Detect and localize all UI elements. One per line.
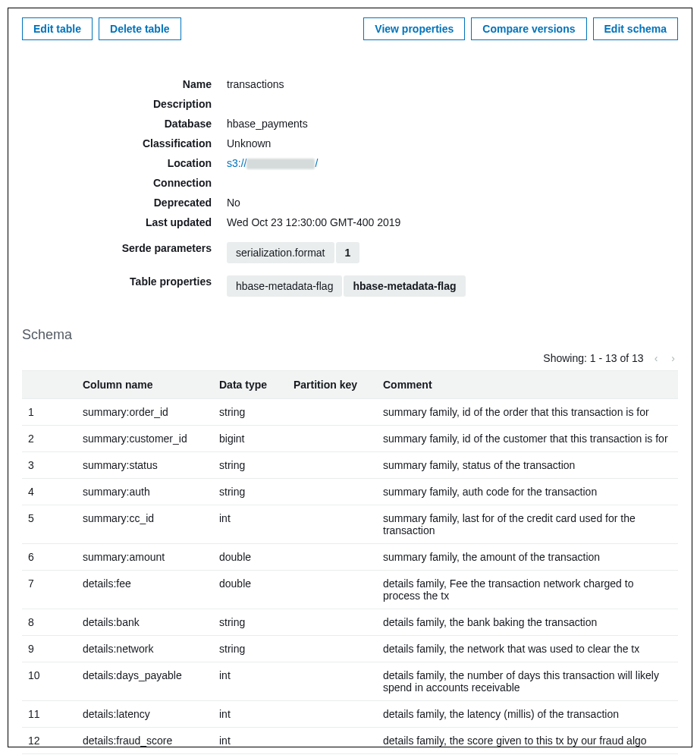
cell-data-type: string bbox=[213, 479, 287, 505]
table-row: 1summary:order_idstringsummary family, i… bbox=[22, 399, 678, 426]
page-container: Edit table Delete table View properties … bbox=[8, 8, 692, 747]
table-properties-chips: hbase-metadata-flaghbase-metadata-flag bbox=[227, 274, 678, 297]
paging-bar: Showing: 1 - 13 of 13 ‹ › bbox=[22, 351, 678, 366]
detail-label: Name bbox=[75, 77, 227, 90]
cell-data-type: int bbox=[213, 662, 287, 701]
cell-column-name: summary:status bbox=[77, 452, 213, 479]
detail-row-classification: Classification Unknown bbox=[75, 136, 678, 151]
cell-partition-key bbox=[287, 701, 377, 728]
cell-partition-key bbox=[287, 609, 377, 636]
cell-data-type: int bbox=[213, 505, 287, 544]
table-row: 12details:fraud_scoreintdetails family, … bbox=[22, 728, 678, 754]
detail-row-table-properties: Table properties hbase-metadata-flaghbas… bbox=[75, 274, 678, 297]
serde-chips: serialization.format1 bbox=[227, 241, 678, 263]
cell-comment: summary family, auth code for the transa… bbox=[377, 479, 678, 505]
table-row: 11details:latencyintdetails family, the … bbox=[22, 701, 678, 728]
cell-data-type: bigint bbox=[213, 426, 287, 452]
cell-column-name: summary:customer_id bbox=[77, 426, 213, 452]
cell-index: 9 bbox=[22, 636, 77, 662]
cell-column-name: details:days_payable bbox=[77, 662, 213, 701]
cell-column-name: summary:cc_id bbox=[77, 505, 213, 544]
location-suffix: / bbox=[315, 157, 318, 169]
paging-text: Showing: 1 - 13 of 13 bbox=[543, 352, 643, 364]
edit-table-button[interactable]: Edit table bbox=[22, 17, 93, 40]
cell-index: 1 bbox=[22, 399, 77, 426]
table-row: 3summary:statusstringsummary family, sta… bbox=[22, 452, 678, 479]
cell-column-name: summary:order_id bbox=[77, 399, 213, 426]
compare-versions-button[interactable]: Compare versions bbox=[471, 17, 586, 40]
toolbar: Edit table Delete table View properties … bbox=[22, 17, 678, 40]
cell-data-type: int bbox=[213, 728, 287, 754]
location-redacted bbox=[246, 159, 315, 169]
cell-partition-key bbox=[287, 399, 377, 426]
cell-index: 3 bbox=[22, 452, 77, 479]
cell-comment: details family, the number of days this … bbox=[377, 662, 678, 701]
cell-index: 7 bbox=[22, 571, 77, 609]
next-page-icon[interactable]: › bbox=[668, 351, 678, 366]
table-header-row: Column name Data type Partition key Comm… bbox=[22, 371, 678, 399]
header-comment: Comment bbox=[377, 371, 678, 399]
delete-table-button[interactable]: Delete table bbox=[99, 17, 181, 40]
schema-title: Schema bbox=[22, 327, 678, 343]
chip-value: 1 bbox=[336, 242, 360, 263]
table-row: 8details:bankstringdetails family, the b… bbox=[22, 609, 678, 636]
location-link[interactable]: s3:/// bbox=[227, 156, 678, 169]
view-properties-button[interactable]: View properties bbox=[363, 17, 465, 40]
cell-data-type: string bbox=[213, 609, 287, 636]
detail-value: Unknown bbox=[227, 136, 678, 149]
toolbar-left: Edit table Delete table bbox=[22, 17, 181, 40]
prev-page-icon[interactable]: ‹ bbox=[651, 351, 661, 366]
cell-comment: details family, the network that was use… bbox=[377, 636, 678, 662]
cell-index: 8 bbox=[22, 609, 77, 636]
cell-comment: summary family, status of the transactio… bbox=[377, 452, 678, 479]
cell-comment: details family, the score given to this … bbox=[377, 728, 678, 754]
detail-value: No bbox=[227, 195, 678, 209]
cell-partition-key bbox=[287, 426, 377, 452]
cell-column-name: details:bank bbox=[77, 609, 213, 636]
table-row: 9details:networkstringdetails family, th… bbox=[22, 636, 678, 662]
detail-label: Table properties bbox=[75, 274, 227, 288]
cell-comment: details family, the bank baking the tran… bbox=[377, 609, 678, 636]
toolbar-right: View properties Compare versions Edit sc… bbox=[363, 17, 678, 40]
serde-param-chip: serialization.format1 bbox=[227, 242, 678, 263]
detail-value: Wed Oct 23 12:30:00 GMT-400 2019 bbox=[227, 215, 678, 228]
cell-comment: details family, Fee the transaction netw… bbox=[377, 571, 678, 609]
header-index bbox=[22, 371, 77, 399]
detail-label: Database bbox=[75, 116, 227, 130]
cell-partition-key bbox=[287, 544, 377, 571]
detail-label: Serde parameters bbox=[75, 241, 227, 254]
cell-comment: summary family, id of the customer that … bbox=[377, 426, 678, 452]
cell-column-name: summary:auth bbox=[77, 479, 213, 505]
table-row: 10details:days_payableintdetails family,… bbox=[22, 662, 678, 701]
cell-index: 2 bbox=[22, 426, 77, 452]
details-panel: Name transactions Description Database h… bbox=[75, 77, 678, 297]
detail-value: transactions bbox=[227, 77, 678, 90]
cell-comment: summary family, id of the order that thi… bbox=[377, 399, 678, 426]
cell-data-type: string bbox=[213, 636, 287, 662]
cell-data-type: int bbox=[213, 701, 287, 728]
cell-index: 10 bbox=[22, 662, 77, 701]
detail-label: Connection bbox=[75, 175, 227, 189]
detail-label: Location bbox=[75, 156, 227, 169]
table-row: 2summary:customer_idbigintsummary family… bbox=[22, 426, 678, 452]
header-partition-key: Partition key bbox=[287, 371, 377, 399]
edit-schema-button[interactable]: Edit schema bbox=[593, 17, 678, 40]
cell-comment: summary family, the amount of the transa… bbox=[377, 544, 678, 571]
table-row: 4summary:authstringsummary family, auth … bbox=[22, 479, 678, 505]
cell-column-name: details:fraud_score bbox=[77, 728, 213, 754]
cell-comment: summary family, last for of the credit c… bbox=[377, 505, 678, 544]
cell-index: 4 bbox=[22, 479, 77, 505]
detail-row-name: Name transactions bbox=[75, 77, 678, 92]
table-property-chip: hbase-metadata-flag bbox=[344, 275, 465, 297]
table-row: 7details:feedoubledetails family, Fee th… bbox=[22, 571, 678, 609]
detail-label: Last updated bbox=[75, 215, 227, 228]
detail-row-location: Location s3:/// bbox=[75, 156, 678, 171]
cell-data-type: string bbox=[213, 399, 287, 426]
cell-partition-key bbox=[287, 636, 377, 662]
cell-index: 5 bbox=[22, 505, 77, 544]
header-column-name: Column name bbox=[77, 371, 213, 399]
header-data-type: Data type bbox=[213, 371, 287, 399]
table-properties-chip-group: hbase-metadata-flaghbase-metadata-flag bbox=[227, 275, 678, 297]
detail-label: Description bbox=[75, 96, 227, 110]
detail-row-database: Database hbase_payments bbox=[75, 116, 678, 131]
